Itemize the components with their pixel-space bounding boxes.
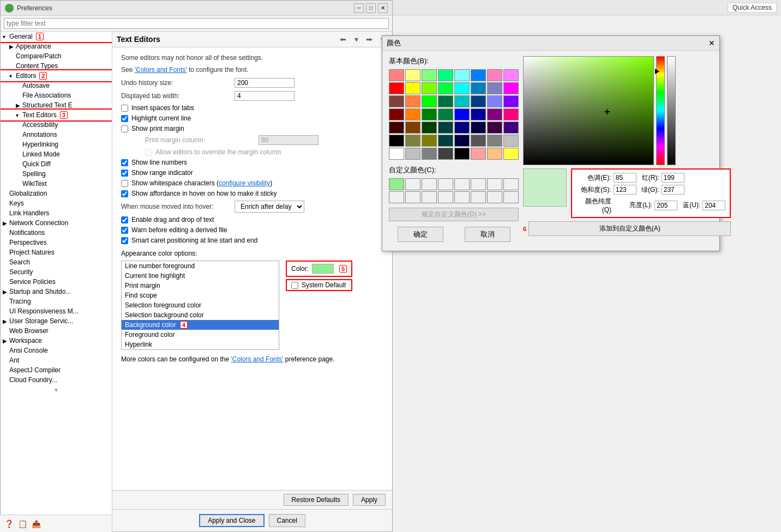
basic-color-cell[interactable] (503, 95, 519, 107)
maximize-button[interactable]: □ (366, 3, 376, 13)
close-button[interactable]: ✕ (378, 3, 388, 13)
sidebar-item-search[interactable]: Search (1, 257, 112, 267)
color-spectrum[interactable]: + (523, 56, 654, 165)
sidebar-item-annotations[interactable]: Annotations (1, 130, 112, 140)
basic-color-cell[interactable] (405, 122, 420, 134)
basic-color-cell[interactable] (389, 69, 404, 81)
basic-color-cell[interactable] (438, 95, 453, 107)
basic-color-cell[interactable] (471, 95, 486, 107)
enable-drag-drop-checkbox[interactable] (121, 216, 128, 223)
sidebar-item-ui-responsiveness[interactable]: UI Responsiveness M... (1, 306, 112, 316)
sidebar-item-link-handlers[interactable]: Link Handlers (1, 208, 112, 218)
dropdown-arrow-icon[interactable]: ▾ (351, 34, 362, 45)
basic-color-cell[interactable] (389, 82, 404, 94)
basic-color-cell[interactable] (422, 122, 437, 134)
sidebar-item-wikitext[interactable]: WikiText (1, 179, 112, 189)
custom-color-cell-empty[interactable] (389, 191, 404, 203)
basic-color-cell[interactable] (405, 148, 420, 160)
sidebar-item-notifications[interactable]: Notifications (1, 228, 112, 238)
define-custom-colors-button[interactable]: 规定自定义颜色(D) >> (389, 208, 519, 221)
custom-color-cell-empty[interactable] (471, 191, 486, 203)
green-input[interactable] (662, 185, 684, 195)
color-item-line-number-fg[interactable]: Line number foreground (122, 261, 279, 271)
sidebar-item-content-types[interactable]: Content Types (1, 61, 112, 71)
custom-color-cell-empty[interactable] (471, 178, 486, 190)
basic-color-cell[interactable] (422, 82, 437, 94)
basic-color-cell[interactable] (454, 135, 470, 147)
saturation-input[interactable] (614, 185, 636, 195)
basic-color-cell[interactable] (405, 95, 420, 107)
sidebar-item-quick-diff[interactable]: Quick Diff (1, 159, 112, 169)
show-affordance-checkbox[interactable] (121, 190, 128, 197)
basic-color-cell[interactable] (487, 108, 502, 120)
basic-color-cell[interactable] (454, 108, 470, 120)
minimize-button[interactable]: ─ (354, 3, 364, 13)
basic-color-cell[interactable] (389, 135, 404, 147)
basic-color-cell[interactable] (454, 82, 470, 94)
basic-color-cell[interactable] (405, 135, 420, 147)
basic-color-cell[interactable] (454, 148, 470, 160)
sidebar-item-globalization[interactable]: Globalization (1, 189, 112, 198)
custom-color-cell-empty[interactable] (405, 178, 420, 190)
help-icon[interactable]: ❓ (4, 519, 14, 528)
restore-defaults-button[interactable]: Restore Defaults (284, 494, 349, 506)
hue-input[interactable] (614, 173, 636, 183)
sidebar-item-structured-text[interactable]: ▶ Structured Text E (1, 100, 112, 110)
show-line-numbers-checkbox[interactable] (121, 159, 128, 166)
sidebar-item-spelling[interactable]: Spelling (1, 169, 112, 179)
basic-color-cell[interactable] (503, 108, 519, 120)
sidebar-item-cloud-foundry[interactable]: Cloud Foundry... (1, 375, 112, 385)
custom-color-cell-empty[interactable] (503, 178, 519, 190)
basic-color-cell[interactable] (422, 108, 437, 120)
sidebar-item-hyperlinking[interactable]: Hyperlinking (1, 140, 112, 149)
basic-color-cell[interactable] (389, 108, 404, 120)
custom-color-cell-empty[interactable] (454, 178, 470, 190)
sidebar-item-network-connection[interactable]: ▶ Network Connection (1, 218, 112, 228)
sidebar-item-aspectj-compiler[interactable]: AspectJ Compiler (1, 365, 112, 375)
custom-color-cell-empty[interactable] (487, 191, 502, 203)
sidebar-item-text-editors[interactable]: ▾ Text Editors 3 (1, 110, 112, 120)
brightness-input[interactable] (654, 201, 677, 210)
custom-color-cell-empty[interactable] (422, 191, 437, 203)
color-swatch[interactable] (312, 264, 334, 274)
basic-color-cell[interactable] (422, 69, 437, 81)
basic-color-cell[interactable] (438, 148, 453, 160)
basic-color-cell[interactable] (454, 69, 470, 81)
basic-color-cell[interactable] (503, 135, 519, 147)
sidebar-item-accessibility[interactable]: Accessibility (1, 120, 112, 130)
show-print-margin-checkbox[interactable] (121, 125, 128, 132)
custom-color-cell-empty[interactable] (487, 178, 502, 190)
sidebar-item-linked-mode[interactable]: Linked Mode (1, 149, 112, 159)
basic-color-cell[interactable] (389, 95, 404, 107)
sidebar-item-service-policies[interactable]: Service Policies (1, 277, 112, 287)
colors-fonts-link-2[interactable]: 'Colors and Fonts' (231, 355, 283, 363)
sidebar-item-autosave[interactable]: Autosave (1, 81, 112, 90)
show-whitespace-checkbox[interactable] (121, 180, 128, 187)
basic-color-cell[interactable] (405, 69, 420, 81)
sidebar-item-keys[interactable]: Keys (1, 198, 112, 208)
basic-color-cell[interactable] (487, 95, 502, 107)
basic-color-cell[interactable] (503, 148, 519, 160)
color-dialog-ok-button[interactable]: 确定 (398, 227, 443, 242)
basic-color-cell[interactable] (503, 82, 519, 94)
configure-visibility-link[interactable]: configure visibility (219, 179, 270, 187)
highlight-line-checkbox[interactable] (121, 115, 128, 122)
basic-color-cell[interactable] (389, 122, 404, 134)
basic-color-cell[interactable] (487, 82, 502, 94)
basic-color-cell[interactable] (438, 122, 453, 134)
sidebar-item-security[interactable]: Security (1, 267, 112, 277)
sidebar-item-workspace[interactable]: ▶ Workspace (1, 336, 112, 346)
sidebar-item-user-storage[interactable]: ▶ User Storage Servic... (1, 316, 112, 326)
color-item-print-margin[interactable]: Print margin (122, 281, 279, 291)
color-dialog-cancel-button[interactable]: 取消 (465, 227, 510, 242)
add-custom-color-button[interactable]: 添加到自定义颜色(A) (528, 221, 731, 236)
system-default-checkbox[interactable] (291, 282, 298, 289)
sidebar-item-perspectives[interactable]: Perspectives (1, 238, 112, 247)
apply-button[interactable]: Apply (353, 494, 386, 506)
custom-color-cell-empty[interactable] (438, 178, 453, 190)
red-input[interactable] (662, 173, 684, 183)
color-item-background-color[interactable]: Background color 4 (122, 320, 279, 330)
search-input[interactable] (4, 18, 389, 29)
basic-color-cell[interactable] (503, 69, 519, 81)
color-item-hyperlink[interactable]: Hyperlink (122, 340, 279, 349)
